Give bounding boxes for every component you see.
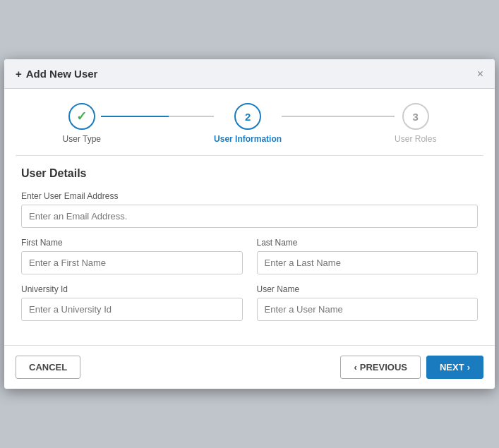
username-input[interactable] xyxy=(257,298,479,321)
step-user-type: ✓ User Type xyxy=(63,103,101,144)
modal-title: + Add New User xyxy=(16,68,97,80)
previous-button[interactable]: ‹ PREVIOUS xyxy=(340,356,421,379)
step-1-label: User Type xyxy=(63,134,101,144)
last-name-input[interactable] xyxy=(257,251,479,274)
next-button[interactable]: NEXT › xyxy=(426,356,483,379)
section-title: User Details xyxy=(21,167,478,180)
modal-body: User Details Enter User Email Address Fi… xyxy=(4,156,495,345)
chevron-right-icon: › xyxy=(467,362,470,373)
cancel-button[interactable]: CANCEL xyxy=(16,356,80,379)
step-3-circle: 3 xyxy=(402,103,429,130)
footer-right: ‹ PREVIOUS NEXT › xyxy=(340,356,483,379)
checkmark-icon: ✓ xyxy=(76,109,87,124)
first-name-input[interactable] xyxy=(21,251,243,274)
name-row: First Name Last Name xyxy=(21,238,478,284)
step-3-label: User Roles xyxy=(395,134,436,144)
previous-label: PREVIOUS xyxy=(360,362,407,373)
username-group: User Name xyxy=(257,284,479,321)
step-1-circle: ✓ xyxy=(68,103,95,130)
step-line-1 xyxy=(101,116,214,117)
first-name-label: First Name xyxy=(21,238,243,248)
step-2-number: 2 xyxy=(245,111,251,123)
first-name-group: First Name xyxy=(21,238,243,274)
modal-footer: CANCEL ‹ PREVIOUS NEXT › xyxy=(4,345,495,389)
close-button[interactable]: × xyxy=(477,68,483,80)
step-user-roles: 3 User Roles xyxy=(395,103,436,144)
chevron-left-icon: ‹ xyxy=(354,362,356,373)
email-label: Enter User Email Address xyxy=(21,191,478,201)
modal-header: + Add New User × xyxy=(4,59,495,89)
next-label: NEXT xyxy=(440,362,464,373)
university-id-input[interactable] xyxy=(21,298,243,321)
username-label: User Name xyxy=(257,284,479,294)
id-username-row: University Id User Name xyxy=(21,284,478,331)
step-user-information: 2 User Information xyxy=(214,103,282,144)
email-group: Enter User Email Address xyxy=(21,191,478,228)
university-id-group: University Id xyxy=(21,284,243,321)
modal-title-text: Add New User xyxy=(26,68,98,80)
step-line-2 xyxy=(282,116,395,117)
step-2-circle: 2 xyxy=(234,103,261,130)
add-icon: + xyxy=(16,68,22,80)
email-input[interactable] xyxy=(21,205,478,228)
add-new-user-modal: + Add New User × ✓ User Type 2 User Info… xyxy=(4,59,495,389)
university-id-label: University Id xyxy=(21,284,243,294)
step-3-number: 3 xyxy=(413,111,419,123)
step-2-label: User Information xyxy=(214,134,282,144)
stepper: ✓ User Type 2 User Information 3 User Ro… xyxy=(4,89,495,155)
last-name-label: Last Name xyxy=(257,238,479,248)
last-name-group: Last Name xyxy=(257,238,479,274)
